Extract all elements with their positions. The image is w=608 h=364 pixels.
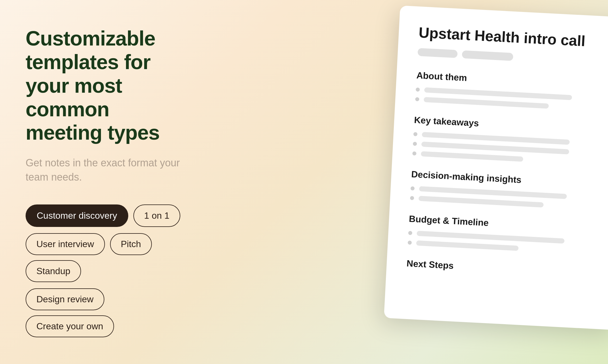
doc-tag-1: [417, 48, 458, 58]
document-preview: Upstart Health intro call About them Key…: [384, 5, 608, 330]
line: [416, 241, 518, 251]
doc-tag-2: [462, 50, 513, 61]
bullet: [415, 97, 419, 102]
tags-row-3: Design review Create your own: [26, 288, 185, 337]
section-about-them-title: About them: [416, 70, 608, 91]
section-about-them: About them: [415, 70, 608, 112]
document-title: Upstart Health intro call: [418, 24, 608, 51]
left-panel: Customizable templates for your most com…: [0, 0, 208, 364]
tag-pitch[interactable]: Pitch: [110, 233, 152, 255]
tag-customer-discovery[interactable]: Customer discovery: [26, 204, 128, 227]
section-next-steps: Next Steps: [406, 258, 600, 279]
bullet: [416, 88, 420, 92]
tags-row-2: User interview Pitch Standup: [26, 233, 185, 282]
sub-heading: Get notes in the exact format your team …: [26, 156, 185, 185]
tag-standup[interactable]: Standup: [26, 260, 81, 282]
section-next-steps-title: Next Steps: [406, 258, 600, 279]
bullet: [410, 196, 414, 200]
section-budget-timeline-title: Budget & Timeline: [409, 214, 602, 234]
section-key-takeaways: Key takeaways: [412, 115, 608, 166]
bullet: [408, 241, 412, 245]
tags-container: Customer discovery 1 on 1 User interview…: [26, 204, 185, 337]
section-decision-making-title: Decision-making insights: [411, 169, 605, 190]
tag-design-review[interactable]: Design review: [26, 288, 104, 310]
tags-row-1: Customer discovery 1 on 1: [26, 204, 185, 227]
tag-1on1[interactable]: 1 on 1: [133, 204, 180, 227]
bullet: [412, 152, 417, 156]
line: [421, 151, 523, 162]
line: [424, 97, 549, 109]
tag-user-interview[interactable]: User interview: [26, 233, 105, 255]
line: [418, 196, 543, 208]
bullet: [410, 186, 415, 191]
bullet: [408, 231, 412, 235]
bullet: [413, 142, 417, 146]
section-decision-making: Decision-making insights: [410, 169, 605, 211]
section-key-takeaways-title: Key takeaways: [414, 115, 607, 136]
bullet: [413, 132, 417, 136]
document-tags: [417, 48, 608, 66]
section-budget-timeline: Budget & Timeline: [408, 214, 602, 255]
main-heading: Customizable templates for your most com…: [26, 27, 185, 144]
tag-create-your-own[interactable]: Create your own: [26, 315, 114, 337]
